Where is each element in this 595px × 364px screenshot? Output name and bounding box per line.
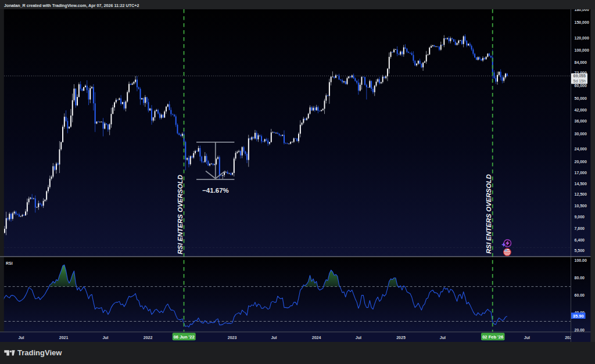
svg-text:69,055: 69,055 <box>573 74 586 78</box>
svg-text:7,600: 7,600 <box>575 226 585 231</box>
svg-text:80.00: 80.00 <box>575 276 585 280</box>
svg-text:12,500: 12,500 <box>575 192 587 197</box>
svg-text:6,400: 6,400 <box>575 238 585 243</box>
svg-text:Jul: Jul <box>18 336 24 340</box>
svg-text:30,000: 30,000 <box>575 132 587 136</box>
svg-text:35.90: 35.90 <box>573 313 584 319</box>
svg-text:150,000: 150,000 <box>575 20 589 25</box>
svg-text:Jul: Jul <box>440 336 446 340</box>
svg-text:−41.67%: −41.67% <box>202 187 229 194</box>
svg-text:2024: 2024 <box>312 336 321 340</box>
svg-text:06 Jun '22: 06 Jun '22 <box>174 334 195 340</box>
svg-text:120,000: 120,000 <box>575 36 589 41</box>
svg-text:Jul: Jul <box>524 336 530 340</box>
svg-text:Jul: Jul <box>102 336 108 340</box>
svg-text:60.00: 60.00 <box>575 293 585 297</box>
svg-text:100.00: 100.00 <box>575 258 587 262</box>
svg-text:2025: 2025 <box>396 336 406 340</box>
svg-text:84,000: 84,000 <box>575 60 587 65</box>
svg-text:10,500: 10,500 <box>575 204 587 208</box>
svg-text:20.00: 20.00 <box>575 328 585 332</box>
svg-text:RSI ENTERS OVERSOLD: RSI ENTERS OVERSOLD <box>177 175 184 254</box>
svg-text:Jul: Jul <box>271 336 277 340</box>
svg-text:14,500: 14,500 <box>575 182 587 186</box>
svg-text:5d 15h: 5d 15h <box>573 79 586 83</box>
svg-text:9,000: 9,000 <box>575 215 585 219</box>
svg-text:TradingView: TradingView <box>17 348 62 357</box>
svg-text:60,000: 60,000 <box>575 84 587 88</box>
svg-text:2021: 2021 <box>59 336 69 340</box>
svg-text:2022: 2022 <box>144 336 153 340</box>
svg-text:2023: 2023 <box>228 336 237 340</box>
svg-text:42,000: 42,000 <box>575 108 587 113</box>
svg-text:17,000: 17,000 <box>575 171 587 175</box>
svg-text:Jul: Jul <box>356 336 361 340</box>
svg-text:RSI ENTERS OVERSOLD: RSI ENTERS OVERSOLD <box>485 174 492 254</box>
svg-text:Jonatan_R created with Trading: Jonatan_R created with TradingView.com, … <box>4 3 139 8</box>
svg-text:24,000: 24,000 <box>575 147 587 152</box>
svg-text:50,000: 50,000 <box>575 96 587 101</box>
svg-text:RSI: RSI <box>6 261 13 265</box>
svg-text:100,000: 100,000 <box>575 48 589 53</box>
svg-text:02 Feb '26: 02 Feb '26 <box>482 334 503 340</box>
svg-text:5,500: 5,500 <box>575 248 585 253</box>
svg-text:20,000: 20,000 <box>575 160 587 164</box>
svg-text:36,000: 36,000 <box>575 119 587 124</box>
